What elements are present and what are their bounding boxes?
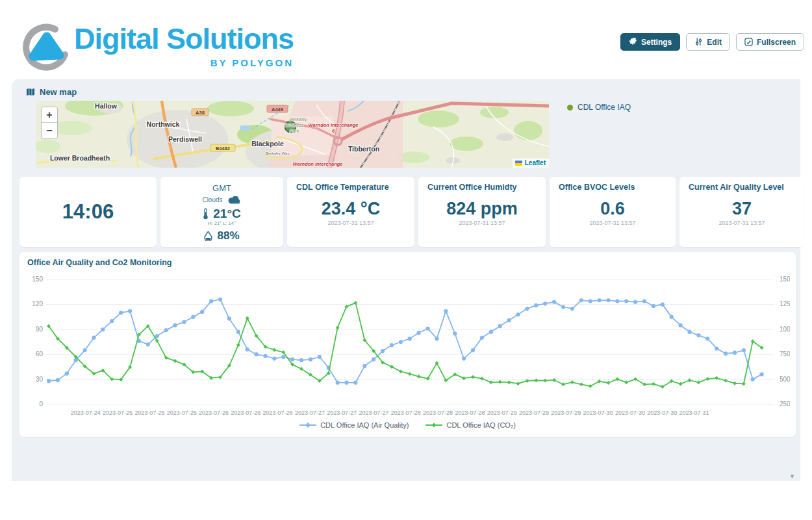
leaflet-link[interactable]: Leaflet (525, 159, 546, 166)
bvoc-card: Office BVOC Levels 0.6 2023-07-31 13:57 (550, 177, 676, 247)
edit-button[interactable]: Edit (686, 33, 730, 51)
svg-text:Perdiswell: Perdiswell (168, 135, 202, 143)
co2-series-marker-icon (425, 422, 442, 428)
svg-text:2023-07-26: 2023-07-26 (199, 410, 229, 416)
leaflet-map[interactable]: A38A449B4482 Warndon Interchange6Warndon… (36, 101, 549, 168)
legend-item-air-quality[interactable]: CDL Office IAQ (Air Quality) (299, 421, 409, 429)
zoom-in-button[interactable]: + (42, 107, 57, 123)
scroll-down-arrow[interactable]: ▼ (789, 473, 795, 480)
chart-card: Office Air Quality and Co2 Monitoring 03… (19, 252, 796, 437)
svg-text:250: 250 (780, 400, 790, 408)
stat-card-title: Office BVOC Levels (559, 183, 635, 192)
map-legend: CDL Office IAQ (567, 103, 631, 112)
weather-high-low: H: 21° L: 14° (208, 220, 236, 226)
line-chart[interactable]: 03060901201502505007501000125015002023-0… (23, 273, 790, 420)
map-tiles: A38A449B4482 Warndon Interchange6Warndon… (36, 101, 549, 168)
stat-card-value: 23.4 °C (287, 199, 414, 218)
svg-text:2023-07-25: 2023-07-25 (167, 410, 197, 416)
stat-card-timestamp: 2023-07-31 13:57 (287, 220, 414, 226)
svg-text:Park: Park (290, 129, 299, 133)
stat-card-timestamp: 2023-07-31 13:57 (418, 220, 546, 226)
svg-text:2023-07-30: 2023-07-30 (647, 410, 677, 416)
svg-text:2023-07-27: 2023-07-27 (359, 410, 388, 416)
map-widget-title: New map (26, 87, 77, 97)
svg-text:Berkeley Way: Berkeley Way (266, 151, 290, 155)
edit-button-label: Edit (707, 38, 722, 47)
svg-text:120: 120 (32, 300, 43, 307)
svg-text:Tibberton: Tibberton (348, 145, 379, 153)
svg-text:A449: A449 (272, 107, 283, 112)
stat-card-timestamp: 2023-07-31 13:57 (679, 220, 804, 226)
svg-text:2023-07-28: 2023-07-28 (391, 410, 421, 416)
map-legend-label: CDL Office IAQ (577, 103, 631, 112)
stat-card-value: 0.6 (550, 199, 676, 218)
air-quality-card: Current Air Quality Level 37 2023-07-31 … (679, 177, 804, 247)
legend-dot-icon (567, 105, 573, 110)
svg-text:2023-07-28: 2023-07-28 (455, 410, 485, 416)
map-attribution[interactable]: Leaflet (513, 159, 549, 168)
svg-text:Northwick: Northwick (147, 120, 180, 128)
dashboard: Digital Solutions BY POLYGON Settings Ed… (0, 0, 812, 520)
legend-label: CDL Office IAQ (Air Quality) (320, 421, 409, 429)
fullscreen-icon (744, 38, 753, 46)
cloud-icon (227, 195, 242, 204)
stat-card-value: 824 ppm (418, 199, 546, 218)
weather-card: GMT Clouds 21°C (160, 177, 283, 247)
chart-title: Office Air Quality and Co2 Monitoring (27, 258, 171, 267)
stat-card-title: CDL Office Temperature (296, 183, 389, 192)
svg-text:Warndon Interchange: Warndon Interchange (293, 161, 343, 167)
svg-text:2023-07-29: 2023-07-29 (551, 410, 581, 416)
svg-text:Blackpole: Blackpole (251, 140, 284, 148)
map-icon (26, 88, 35, 96)
svg-text:2023-07-24: 2023-07-24 (71, 410, 101, 416)
app-logo: Digital Solutions BY POLYGON (19, 22, 294, 74)
svg-text:Hallow: Hallow (95, 102, 118, 110)
svg-text:A38: A38 (196, 110, 205, 116)
svg-text:2023-07-28: 2023-07-28 (423, 410, 453, 416)
svg-text:Business: Business (285, 123, 304, 127)
fullscreen-button[interactable]: Fullscreen (736, 33, 804, 51)
settings-button[interactable]: Settings (620, 33, 680, 51)
gear-icon (629, 38, 637, 46)
temperature-card: CDL Office Temperature 23.4 °C 2023-07-3… (287, 177, 414, 247)
svg-text:B4482: B4482 (216, 146, 230, 151)
svg-text:2023-07-27: 2023-07-27 (327, 410, 357, 416)
svg-text:150: 150 (32, 276, 43, 283)
weather-condition: Clouds (202, 196, 222, 203)
svg-text:2023-07-29: 2023-07-29 (519, 410, 549, 416)
svg-text:1250: 1250 (780, 300, 790, 307)
header-toolbar: Settings Edit Fullscreen (620, 33, 804, 51)
chart-legend: CDL Office IAQ (Air Quality) CDL Office … (19, 421, 796, 429)
logo-subtitle: BY POLYGON (74, 57, 294, 68)
stat-card-timestamp: 2023-07-31 13:57 (550, 220, 676, 226)
stat-card-title: Current Office Humidty (427, 183, 517, 192)
weather-temperature: 21°C (213, 207, 240, 221)
svg-text:2023-07-26: 2023-07-26 (263, 410, 293, 416)
dashboard-panel: New map (12, 79, 800, 481)
stat-card-value: 37 (679, 199, 804, 218)
svg-text:2023-07-25: 2023-07-25 (103, 410, 133, 416)
legend-item-co2[interactable]: CDL Office IAQ (CO₂) (425, 421, 515, 429)
svg-text:1500: 1500 (780, 276, 790, 283)
svg-text:500: 500 (780, 376, 790, 383)
svg-text:60: 60 (36, 350, 44, 358)
settings-button-label: Settings (641, 38, 672, 47)
clock-card: 14:06 (19, 177, 157, 247)
svg-text:2023-07-30: 2023-07-30 (615, 410, 645, 416)
thermometer-icon (203, 208, 209, 220)
ukraine-flag-icon (515, 161, 522, 166)
svg-text:2023-07-25: 2023-07-25 (134, 410, 164, 416)
map-title-label: New map (40, 87, 77, 97)
weather-timezone: GMT (212, 183, 231, 193)
weather-humidity: 88% (217, 229, 239, 242)
svg-text:2023-07-29: 2023-07-29 (487, 410, 517, 416)
svg-text:30: 30 (36, 376, 44, 383)
svg-text:2023-07-30: 2023-07-30 (583, 410, 613, 416)
fullscreen-button-label: Fullscreen (757, 38, 796, 47)
legend-label: CDL Office IAQ (CO₂) (446, 421, 515, 429)
svg-text:2023-07-31: 2023-07-31 (679, 410, 709, 416)
stat-card-title: Current Air Quality Level (689, 183, 784, 192)
air-quality-series-marker-icon (299, 422, 316, 428)
polygon-logo-icon (19, 22, 71, 74)
zoom-out-button[interactable]: − (42, 123, 57, 138)
